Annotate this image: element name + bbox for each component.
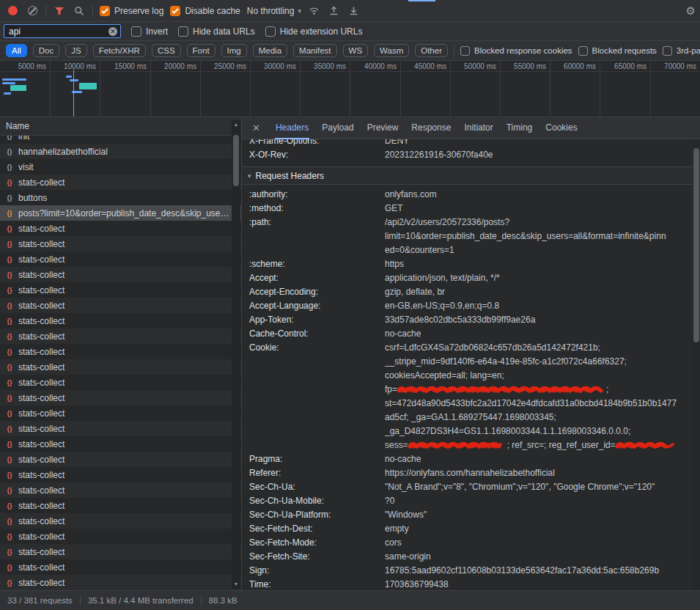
request-row[interactable]: {}hannahelizabethofficial [0, 144, 241, 159]
filter-chip-img[interactable]: Img [221, 44, 247, 57]
header-value-text: ; [606, 384, 608, 394]
header-name: Sec-Fetch-Site: [242, 550, 385, 564]
record-button[interactable] [6, 4, 19, 18]
request-row[interactable]: {}posts?limit=10&order=publish_date_desc… [0, 205, 241, 221]
header-name: Sec-Ch-Ua-Platform: [242, 508, 385, 522]
request-row[interactable]: {}stats-collect [0, 436, 241, 452]
filter-chip-js[interactable]: JS [65, 44, 86, 57]
scroll-up-icon[interactable]: ▲ [234, 120, 239, 129]
blocked-response-cookies-checkbox[interactable]: Blocked response cookies [460, 46, 572, 56]
clear-filter-icon[interactable]: ✕ [108, 27, 117, 36]
request-row[interactable]: {}stats-collect [0, 405, 241, 421]
network-conditions-button[interactable] [308, 4, 321, 18]
filter-input[interactable] [4, 24, 121, 38]
request-row[interactable]: {}stats-collect [0, 282, 241, 298]
request-row[interactable]: {}stats-collect [0, 344, 241, 359]
request-headers-section[interactable]: ▾Request Headers [242, 166, 693, 185]
filter-chip-doc[interactable]: Doc [33, 44, 59, 57]
scroll-down-icon[interactable]: ▼ [234, 580, 239, 589]
tab-response[interactable]: Response [405, 117, 457, 139]
blocked-requests-checkbox[interactable]: Blocked requests [578, 46, 657, 56]
clear-button[interactable] [26, 4, 39, 18]
timeline-tick-label: 60000 ms [564, 62, 596, 70]
request-list-scrollbar[interactable]: ▲ ▼ [232, 120, 240, 589]
tab-cookies[interactable]: Cookies [539, 117, 583, 139]
scrollbar-thumb[interactable] [233, 135, 239, 186]
request-row[interactable]: {}stats-collect [0, 467, 241, 482]
requests-count[interactable]: 33 / 381 requests [7, 596, 73, 605]
request-row[interactable]: {}stats-collect [0, 390, 241, 405]
details-scrollbar[interactable] [693, 139, 700, 590]
timeline-overview[interactable]: 5000 ms10000 ms15000 ms20000 ms25000 ms3… [0, 61, 700, 117]
search-button[interactable] [73, 4, 86, 18]
request-name: init [18, 136, 241, 142]
name-column-header[interactable]: Name [0, 117, 241, 136]
request-row[interactable]: {}stats-collect [0, 359, 241, 375]
request-row[interactable]: {}stats-collect [0, 529, 241, 544]
throttling-select[interactable]: No throttling ▾ [247, 6, 301, 16]
request-type-icon: {} [4, 518, 15, 525]
request-row[interactable]: {}stats-collect [0, 174, 241, 190]
header-row: Cache-Control:no-cache [242, 327, 693, 341]
request-name: stats-collect [18, 316, 241, 326]
header-value: https [385, 257, 693, 271]
invert-checkbox[interactable]: Invert [131, 26, 168, 37]
request-name: stats-collect [18, 501, 241, 511]
tab-initiator[interactable]: Initiator [457, 117, 499, 139]
header-value: same-origin [385, 550, 693, 564]
tab-preview[interactable]: Preview [361, 117, 405, 139]
third-party-requests-label: 3rd-party requests [677, 46, 700, 55]
import-har-button[interactable] [328, 4, 341, 18]
request-row[interactable]: {}stats-collect [0, 375, 241, 390]
header-value: "Not_A Brand";v="8", "Chromium";v="120",… [385, 480, 693, 494]
request-row[interactable]: {}stats-collect [0, 421, 241, 436]
request-row[interactable]: {}buttons [0, 190, 241, 205]
request-name: stats-collect [18, 285, 241, 295]
filter-chip-wasm[interactable]: Wasm [374, 44, 409, 57]
header-value: https://onlyfans.com/hannahelizabethoffi… [385, 466, 693, 480]
filter-chip-all[interactable]: All [6, 44, 27, 57]
settings-gear-icon: ⚙ [686, 4, 696, 18]
request-row[interactable]: {}stats-collect [0, 513, 241, 529]
filter-chip-media[interactable]: Media [253, 44, 287, 57]
request-row[interactable]: {}stats-collect [0, 498, 241, 513]
filter-chip-font[interactable]: Font [187, 44, 215, 57]
settings-button[interactable]: ⚙ [686, 4, 696, 18]
request-row[interactable]: {}stats-collect [0, 251, 241, 267]
request-row[interactable]: {}init [0, 136, 241, 144]
preserve-log-checkbox[interactable]: Preserve log [100, 6, 163, 16]
hide-data-urls-label: Hide data URLs [193, 26, 255, 37]
request-type-icon: {} [4, 240, 15, 248]
filter-toggle-button[interactable] [53, 4, 66, 18]
request-row[interactable]: {}stats-collect [0, 559, 241, 575]
header-value-line: sess=; ref_src=; reg_ref_user_id= [385, 438, 693, 452]
close-details-button[interactable]: ✕ [242, 122, 269, 133]
request-row[interactable]: {}stats-collect [0, 221, 241, 236]
header-value: cors [385, 536, 693, 550]
request-row[interactable]: {}stats-collect [0, 482, 241, 498]
request-row[interactable]: {}stats-collect [0, 267, 241, 282]
hide-extension-urls-checkbox[interactable]: Hide extension URLs [265, 26, 363, 37]
request-row[interactable]: {}stats-collect [0, 328, 241, 344]
request-row[interactable]: {}stats-collect [0, 313, 241, 328]
header-row: Time:1703636799438 [242, 578, 693, 590]
request-row[interactable]: {}stats-collect [0, 298, 241, 313]
tab-headers[interactable]: Headers [269, 117, 315, 139]
filter-chip-css[interactable]: CSS [152, 44, 181, 57]
scrollbar-thumb[interactable] [693, 148, 699, 342]
request-row[interactable]: {}stats-collect [0, 452, 241, 467]
export-har-button[interactable] [347, 4, 361, 18]
third-party-requests-checkbox[interactable]: 3rd-party requests [663, 46, 700, 56]
filter-chip-fetch-xhr[interactable]: Fetch/XHR [93, 44, 146, 57]
request-row[interactable]: {}visit [0, 159, 241, 174]
tab-timing[interactable]: Timing [500, 117, 539, 139]
tab-payload[interactable]: Payload [315, 117, 360, 139]
disable-cache-checkbox[interactable]: Disable cache [170, 6, 240, 16]
request-row[interactable]: {}stats-collect [0, 575, 241, 590]
request-row[interactable]: {}stats-collect [0, 236, 241, 251]
request-row[interactable]: {}stats-collect [0, 544, 241, 559]
filter-chip-manifest[interactable]: Manifest [293, 44, 336, 57]
filter-chip-ws[interactable]: WS [343, 44, 369, 57]
filter-chip-other[interactable]: Other [415, 44, 448, 57]
hide-data-urls-checkbox[interactable]: Hide data URLs [178, 26, 255, 37]
